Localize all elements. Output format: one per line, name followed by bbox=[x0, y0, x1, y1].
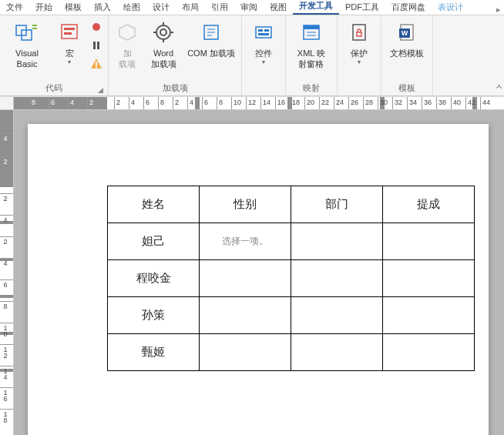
doc-table[interactable]: 姓名 性别 部门 提成 妲己 选择一项。 程咬金 bbox=[107, 186, 475, 371]
vertical-ruler[interactable]: 422424681012141618 bbox=[0, 110, 14, 435]
tab-table-design[interactable]: 表设计 bbox=[432, 0, 469, 15]
group-controls: 控件 ▾ bbox=[242, 15, 286, 95]
tab-review[interactable]: 审阅 bbox=[234, 0, 264, 15]
svg-rect-25 bbox=[258, 29, 263, 32]
word-addins-button[interactable]: Word 加载项 bbox=[146, 17, 181, 80]
addins-icon bbox=[115, 20, 139, 45]
cell-commission[interactable] bbox=[383, 334, 475, 371]
cell-name[interactable]: 甄姬 bbox=[108, 334, 200, 371]
tab-home[interactable]: 开始 bbox=[29, 0, 59, 15]
workspace: 422424681012141618 姓名 性别 部门 提成 妲己 选择一项。 … bbox=[0, 110, 504, 435]
document-canvas[interactable]: 姓名 性别 部门 提成 妲己 选择一项。 程咬金 bbox=[14, 110, 504, 435]
ribbon: Visual Basic 宏 ▾ 代码◢ 加 载项 bbox=[0, 15, 504, 96]
protect-icon bbox=[347, 20, 371, 45]
ribbon-collapse-button[interactable]: ㅅ bbox=[493, 15, 504, 95]
svg-point-7 bbox=[92, 23, 100, 31]
svg-point-15 bbox=[160, 29, 166, 35]
group-label-addins: 加载项 bbox=[163, 83, 188, 92]
macros-icon bbox=[57, 20, 82, 45]
cell-name[interactable]: 程咬金 bbox=[108, 260, 200, 297]
chevron-down-icon: ▾ bbox=[358, 59, 361, 65]
cell-name[interactable]: 孙策 bbox=[108, 297, 200, 334]
dialog-launcher-icon[interactable]: ◢ bbox=[98, 86, 103, 94]
addins-button: 加 载项 bbox=[112, 17, 143, 80]
tab-insert[interactable]: 插入 bbox=[88, 0, 117, 15]
cell-dept[interactable] bbox=[291, 223, 383, 260]
cell-dept[interactable] bbox=[291, 334, 383, 371]
table-row: 妲己 选择一项。 bbox=[108, 223, 475, 260]
group-protect: 保护 ▾ bbox=[338, 15, 381, 95]
cell-commission[interactable] bbox=[383, 297, 475, 334]
cell-name[interactable]: 妲己 bbox=[108, 223, 200, 260]
tab-baidu[interactable]: 百度网盘 bbox=[385, 0, 432, 15]
tab-file[interactable]: 文件 bbox=[0, 0, 29, 15]
svg-rect-11 bbox=[96, 62, 97, 65]
svg-point-14 bbox=[156, 25, 170, 39]
pause-macro-button[interactable] bbox=[88, 37, 105, 54]
cell-dept[interactable] bbox=[291, 260, 383, 297]
svg-rect-5 bbox=[64, 28, 75, 30]
tab-pdf-tools[interactable]: PDF工具 bbox=[339, 0, 385, 15]
svg-marker-13 bbox=[119, 25, 135, 40]
svg-rect-27 bbox=[258, 33, 269, 35]
visual-basic-button[interactable]: Visual Basic bbox=[3, 17, 51, 80]
tab-draw[interactable]: 绘图 bbox=[117, 0, 146, 15]
ribbon-tabs: 文件 开始 模板 插入 绘图 设计 布局 引用 审阅 视图 开发工具 PDF工具… bbox=[0, 0, 504, 15]
group-code: Visual Basic 宏 ▾ 代码◢ bbox=[0, 15, 109, 95]
svg-rect-29 bbox=[304, 25, 319, 29]
xml-mapping-icon bbox=[299, 20, 324, 45]
table-row: 甄姬 bbox=[108, 334, 475, 371]
svg-text:W: W bbox=[402, 29, 408, 37]
header-dept[interactable]: 部门 bbox=[291, 186, 383, 223]
header-gender[interactable]: 性别 bbox=[200, 186, 291, 223]
svg-rect-9 bbox=[97, 42, 99, 49]
table-row: 孙策 bbox=[108, 297, 475, 334]
chevron-down-icon: ▾ bbox=[262, 59, 265, 65]
cell-gender-dropdown[interactable]: 选择一项。 bbox=[200, 223, 291, 260]
svg-rect-8 bbox=[93, 42, 96, 49]
table-header-row: 姓名 性别 部门 提成 bbox=[108, 186, 475, 223]
doc-template-button[interactable]: W 文档模板 bbox=[385, 17, 429, 80]
tab-layout[interactable]: 布局 bbox=[176, 0, 205, 15]
tab-template[interactable]: 模板 bbox=[59, 0, 88, 15]
tab-references[interactable]: 引用 bbox=[205, 0, 234, 15]
record-macro-button[interactable] bbox=[88, 18, 105, 35]
horizontal-ruler[interactable]: 8642246824681012141618202224262830323436… bbox=[0, 96, 504, 110]
macro-security-warning-icon[interactable] bbox=[88, 55, 105, 72]
cell-dept[interactable] bbox=[291, 297, 383, 334]
com-addins-button[interactable]: COM 加载项 bbox=[184, 17, 238, 80]
macros-button[interactable]: 宏 ▾ bbox=[54, 17, 85, 80]
table-row: 程咬金 bbox=[108, 260, 475, 297]
group-mapping: XML 映 射窗格 映射 bbox=[286, 15, 338, 95]
com-addins-icon bbox=[199, 20, 223, 45]
tabs-scroll-right-icon[interactable]: ▸ bbox=[493, 5, 504, 15]
cell-commission[interactable] bbox=[383, 223, 475, 260]
svg-rect-4 bbox=[62, 25, 77, 38]
cell-gender[interactable] bbox=[200, 334, 291, 371]
group-templates: W 文档模板 模板 bbox=[381, 15, 433, 95]
tab-design[interactable]: 设计 bbox=[146, 0, 176, 15]
header-commission[interactable]: 提成 bbox=[383, 186, 475, 223]
word-template-icon: W bbox=[395, 20, 419, 45]
chevron-down-icon: ▾ bbox=[68, 59, 71, 65]
cell-gender[interactable] bbox=[200, 260, 291, 297]
cell-commission[interactable] bbox=[383, 260, 475, 297]
protect-button[interactable]: 保护 ▾ bbox=[341, 17, 378, 80]
group-label-mapping: 映射 bbox=[303, 83, 320, 92]
svg-rect-6 bbox=[64, 32, 72, 35]
controls-icon bbox=[251, 20, 276, 45]
word-addins-icon bbox=[151, 20, 176, 45]
group-label-templates: 模板 bbox=[398, 83, 415, 92]
visual-basic-icon bbox=[15, 20, 39, 45]
group-addins: 加 载项 Word 加载项 COM 加载项 加载项 bbox=[109, 15, 242, 95]
svg-rect-24 bbox=[256, 27, 271, 38]
xml-mapping-button[interactable]: XML 映 射窗格 bbox=[289, 17, 334, 80]
group-label-code: 代码 bbox=[45, 83, 62, 92]
header-name[interactable]: 姓名 bbox=[108, 186, 200, 223]
page: 姓名 性别 部门 提成 妲己 选择一项。 程咬金 bbox=[28, 124, 489, 435]
svg-rect-26 bbox=[264, 29, 269, 32]
tab-view[interactable]: 视图 bbox=[264, 0, 293, 15]
tab-developer[interactable]: 开发工具 bbox=[293, 0, 339, 15]
controls-button[interactable]: 控件 ▾ bbox=[245, 17, 282, 80]
cell-gender[interactable] bbox=[200, 297, 291, 334]
